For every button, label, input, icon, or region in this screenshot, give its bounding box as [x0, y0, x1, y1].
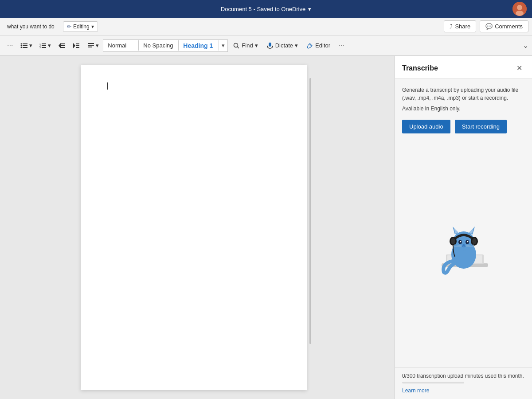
microphone-icon	[266, 42, 274, 49]
dictate-label: Dictate	[275, 42, 293, 49]
svg-rect-23	[88, 43, 94, 44]
style-heading1[interactable]: Heading 1	[179, 40, 219, 51]
svg-rect-14	[42, 47, 46, 48]
style-no-spacing[interactable]: No Spacing	[139, 40, 179, 51]
paragraph-align-button[interactable]: ▾	[84, 40, 102, 51]
svg-rect-10	[42, 43, 46, 44]
svg-rect-24	[88, 45, 94, 46]
editor-icon	[306, 42, 313, 49]
transcribe-body: Generate a transcript by uploading your …	[395, 79, 532, 367]
pencil-icon: ✏	[67, 23, 71, 30]
more-options-button[interactable]: ···	[4, 40, 16, 51]
svg-rect-4	[23, 43, 27, 44]
transcribe-description: Generate a transcript by uploading your …	[402, 86, 525, 113]
increase-indent-button[interactable]	[70, 40, 83, 51]
upload-audio-button[interactable]: Upload audio	[402, 120, 450, 133]
numbered-list-dropdown: ▾	[48, 42, 51, 49]
start-recording-button[interactable]: Start recording	[455, 120, 507, 133]
svg-point-5	[21, 45, 22, 46]
align-dropdown: ▾	[96, 42, 99, 49]
svg-rect-20	[76, 43, 79, 44]
editor-button[interactable]: Editor	[303, 40, 334, 51]
style-selector[interactable]: Normal No Spacing Heading 1 ▾	[103, 39, 228, 52]
bullet-list-icon	[20, 42, 28, 50]
document-title: Document 5 - Saved to OneDrive ▾	[221, 6, 311, 12]
comments-label: Comments	[495, 23, 523, 30]
increase-indent-icon	[72, 42, 80, 50]
dictate-button[interactable]: Dictate ▾	[263, 40, 301, 51]
svg-point-7	[21, 47, 22, 48]
share-button[interactable]: ⤴ Share	[444, 20, 476, 32]
document-page[interactable]	[81, 65, 307, 390]
transcribe-panel: Transcribe ✕ Generate a transcript by up…	[395, 56, 532, 399]
document-area	[0, 56, 395, 399]
more-ribbon-button[interactable]: ···	[335, 40, 348, 51]
decrease-indent-button[interactable]	[55, 40, 68, 51]
svg-point-42	[451, 238, 455, 244]
paragraph-align-icon	[87, 42, 95, 50]
transcribe-close-button[interactable]: ✕	[514, 63, 525, 73]
svg-point-48	[462, 244, 465, 246]
style-dropdown-arrow[interactable]: ▾	[219, 40, 227, 51]
comments-icon: 💬	[485, 23, 493, 30]
svg-point-46	[460, 241, 461, 242]
transcribe-header: Transcribe ✕	[395, 56, 532, 79]
svg-rect-25	[88, 47, 92, 47]
text-cursor	[107, 82, 108, 90]
bullet-list-dropdown: ▾	[29, 42, 32, 49]
find-label: Find	[242, 42, 253, 49]
find-button[interactable]: Find ▾	[229, 40, 261, 51]
dictate-dropdown: ▾	[295, 42, 298, 49]
bullet-list-button[interactable]: ▾	[18, 40, 35, 51]
editing-label: Editing	[73, 23, 90, 30]
svg-marker-15	[59, 43, 61, 48]
svg-rect-22	[76, 47, 79, 48]
decrease-indent-icon	[58, 42, 66, 50]
command-bar: what you want to do ✏ Editing ▾ ⤴ Share …	[0, 18, 532, 35]
usage-bar	[402, 382, 464, 383]
svg-rect-28	[269, 43, 271, 47]
svg-point-2	[516, 11, 524, 16]
cat-headphones-illustration	[428, 221, 499, 283]
comments-button[interactable]: 💬 Comments	[480, 20, 528, 32]
search-bar: what you want to do	[4, 23, 61, 31]
title-dropdown-icon[interactable]: ▾	[308, 6, 311, 12]
transcribe-usage-text: 0/300 transcription upload minutes used …	[402, 373, 525, 379]
svg-point-26	[234, 43, 238, 47]
learn-more-link[interactable]: Learn more	[402, 387, 429, 394]
numbered-list-icon: 1. 2. 3.	[39, 42, 47, 50]
svg-rect-18	[61, 47, 65, 48]
share-icon: ⤴	[450, 23, 453, 30]
transcribe-available-note: Available in English only.	[402, 105, 525, 113]
svg-rect-21	[76, 45, 79, 46]
transcribe-illustration	[402, 144, 525, 360]
svg-point-3	[21, 43, 22, 44]
transcribe-action-buttons: Upload audio Start recording	[402, 120, 525, 133]
transcribe-title: Transcribe	[402, 64, 438, 72]
svg-point-47	[467, 241, 468, 242]
transcribe-footer: 0/300 transcription upload minutes used …	[395, 367, 532, 399]
editing-button[interactable]: ✏ Editing ▾	[63, 21, 98, 32]
main-area: Transcribe ✕ Generate a transcript by up…	[0, 56, 532, 399]
svg-point-1	[517, 5, 522, 10]
svg-rect-6	[23, 45, 27, 46]
svg-rect-8	[23, 47, 27, 48]
find-dropdown: ▾	[255, 42, 258, 49]
svg-rect-17	[61, 45, 65, 46]
search-icon	[233, 42, 240, 49]
svg-point-43	[472, 238, 477, 244]
svg-line-27	[238, 47, 239, 48]
ribbon: ··· ▾ 1. 2. 3. ▾	[0, 35, 532, 56]
style-normal[interactable]: Normal	[103, 40, 139, 51]
user-avatar[interactable]	[512, 2, 527, 16]
share-label: Share	[455, 23, 470, 30]
title-bar: Document 5 - Saved to OneDrive ▾	[0, 0, 532, 18]
ribbon-expand-button[interactable]: ⌄	[523, 41, 528, 50]
svg-rect-12	[42, 45, 46, 46]
document-title-text: Document 5 - Saved to OneDrive	[221, 6, 305, 12]
svg-marker-19	[73, 43, 75, 48]
numbered-list-button[interactable]: 1. 2. 3. ▾	[36, 40, 54, 51]
svg-rect-16	[61, 43, 65, 44]
editor-label: Editor	[315, 42, 330, 49]
scroll-indicator	[309, 78, 311, 344]
